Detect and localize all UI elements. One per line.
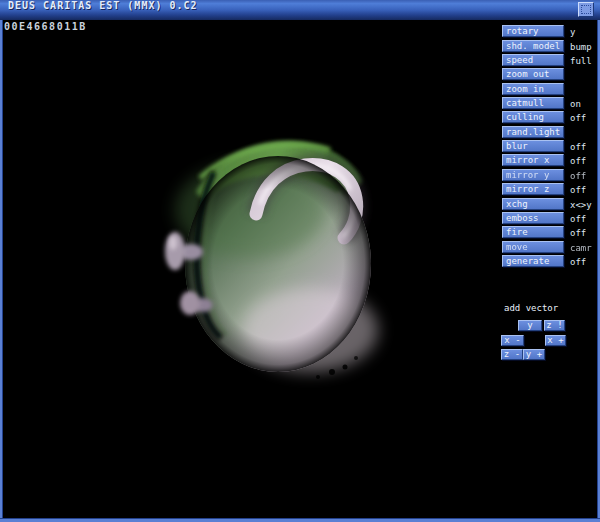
- menu-value: off: [570, 185, 586, 195]
- add-vector-button-3[interactable]: x +: [545, 335, 566, 346]
- menu-button-3[interactable]: zoom out: [502, 68, 564, 80]
- menu-button-label: catmull: [503, 98, 563, 108]
- menu-row: rand.light: [502, 126, 600, 139]
- menu-row: xchg x<>y: [502, 198, 600, 211]
- menu-value: off: [570, 113, 586, 123]
- menu-row: mirror z off: [502, 183, 600, 196]
- menu-row: zoom in: [502, 83, 600, 96]
- menu-button-1[interactable]: shd. model: [502, 40, 564, 52]
- menu-button-16[interactable]: generate: [502, 255, 564, 267]
- render-viewport[interactable]: 00E4668011B rotary y shd. model bump spe…: [0, 0, 600, 522]
- menu-button-8[interactable]: blur: [502, 140, 564, 152]
- menu-button-label: rotary: [503, 26, 563, 36]
- menu-row: mirror y off: [502, 169, 600, 182]
- menu-button-label: move: [503, 242, 563, 252]
- menu-row: emboss off: [502, 212, 600, 225]
- menu-button-7[interactable]: rand.light: [502, 126, 564, 138]
- window-border-bottom: [0, 518, 600, 522]
- menu-value: off: [570, 257, 586, 267]
- maximize-button[interactable]: [578, 2, 594, 17]
- add-vector-button-0[interactable]: y: [518, 320, 542, 331]
- menu-button-label: mirror y: [503, 170, 563, 180]
- menu-value: bump: [570, 42, 592, 52]
- menu-button-12[interactable]: xchg: [502, 198, 564, 210]
- frame-counter: 00E4668011B: [4, 21, 87, 32]
- menu-button-11[interactable]: mirror z: [502, 183, 564, 195]
- menu-row: catmull on: [502, 97, 600, 110]
- menu-button-label: shd. model: [503, 41, 563, 51]
- menu-button-6[interactable]: culling: [502, 111, 564, 123]
- add-vector-button-5[interactable]: y +: [523, 349, 545, 360]
- menu-row: generate off: [502, 255, 600, 268]
- menu-value: full: [570, 56, 592, 66]
- menu-button-14[interactable]: fire: [502, 226, 564, 238]
- add-vector-button-1[interactable]: z !: [544, 320, 565, 331]
- menu-row: culling off: [502, 111, 600, 124]
- menu-row: fire off: [502, 226, 600, 239]
- title-bar[interactable]: DEUS CARITAS EST (MMX) 0.C2: [0, 0, 600, 20]
- maximize-icon: [581, 5, 591, 14]
- menu-button-label: zoom in: [503, 84, 563, 94]
- menu-value: off: [570, 214, 586, 224]
- add-vector-label: add vector: [504, 303, 558, 313]
- menu-button-0[interactable]: rotary: [502, 25, 564, 37]
- menu-value: x<>y: [570, 200, 592, 210]
- menu-button-15[interactable]: move: [502, 241, 564, 253]
- menu-button-label: generate: [503, 256, 563, 266]
- menu-value: y: [570, 27, 575, 37]
- menu-row: zoom out: [502, 68, 600, 81]
- menu-row: shd. model bump: [502, 40, 600, 53]
- add-vector-button-label: y +: [524, 350, 544, 359]
- menu-button-label: mirror x: [503, 155, 563, 165]
- menu-button-label: mirror z: [503, 184, 563, 194]
- menu-row: move camr: [502, 241, 600, 254]
- menu-button-10[interactable]: mirror y: [502, 169, 564, 181]
- window-border-left: [0, 20, 3, 522]
- menu-value: on: [570, 99, 581, 109]
- menu-button-label: blur: [503, 141, 563, 151]
- menu-value: camr: [570, 243, 592, 253]
- window-title: DEUS CARITAS EST (MMX) 0.C2: [8, 0, 198, 11]
- menu-value: off: [570, 156, 586, 166]
- add-vector-button-label: x -: [502, 336, 523, 345]
- app-window: DEUS CARITAS EST (MMX) 0.C2: [0, 0, 600, 522]
- add-vector-button-label: x +: [546, 336, 565, 345]
- menu-button-9[interactable]: mirror x: [502, 154, 564, 166]
- menu-button-label: xchg: [503, 199, 563, 209]
- menu-row: rotary y: [502, 25, 600, 38]
- menu-value: off: [570, 142, 586, 152]
- add-vector-button-label: z -: [502, 350, 522, 359]
- menu-row: mirror x off: [502, 154, 600, 167]
- menu-row: speed full: [502, 54, 600, 67]
- menu-button-4[interactable]: zoom in: [502, 83, 564, 95]
- menu-row: blur off: [502, 140, 600, 153]
- add-vector-button-4[interactable]: z -: [501, 349, 523, 360]
- menu-button-label: speed: [503, 55, 563, 65]
- add-vector-button-label: y: [519, 321, 541, 330]
- add-vector-button-2[interactable]: x -: [501, 335, 524, 346]
- menu-value: off: [570, 228, 586, 238]
- menu-button-label: culling: [503, 112, 563, 122]
- menu-button-5[interactable]: catmull: [502, 97, 564, 109]
- menu-button-label: rand.light: [503, 127, 563, 137]
- menu-button-label: zoom out: [503, 69, 563, 79]
- menu-button-label: emboss: [503, 213, 563, 223]
- menu-button-13[interactable]: emboss: [502, 212, 564, 224]
- menu-value: off: [570, 171, 586, 181]
- add-vector-button-label: z !: [545, 321, 564, 330]
- menu-button-label: fire: [503, 227, 563, 237]
- menu-button-2[interactable]: speed: [502, 54, 564, 66]
